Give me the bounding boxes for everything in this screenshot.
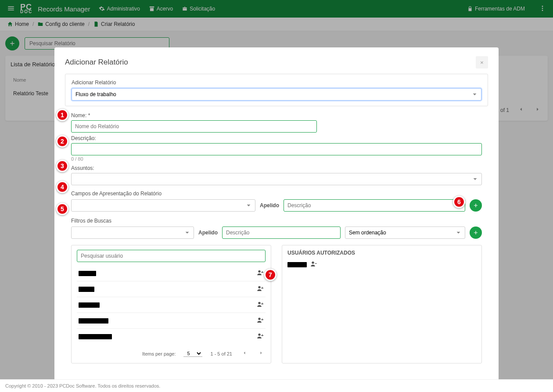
modal-close-button[interactable]: × bbox=[476, 56, 488, 68]
callout-1: 1 bbox=[56, 109, 68, 121]
nome-label: Nome: * bbox=[71, 112, 482, 119]
nome-input[interactable] bbox=[71, 120, 317, 126]
close-icon: × bbox=[480, 59, 484, 66]
modal-title: Adicionar Relatório bbox=[65, 58, 128, 67]
report-type-select[interactable]: Fluxo de trabalho bbox=[72, 88, 481, 101]
modal-overlay: Adicionar Relatório × Adicionar Relatóri… bbox=[0, 0, 553, 126]
report-type-panel: Adicionar Relatório Fluxo de trabalho bbox=[65, 74, 488, 106]
add-report-modal: Adicionar Relatório × Adicionar Relatóri… bbox=[54, 47, 499, 126]
panel-label: Adicionar Relatório bbox=[72, 79, 481, 86]
